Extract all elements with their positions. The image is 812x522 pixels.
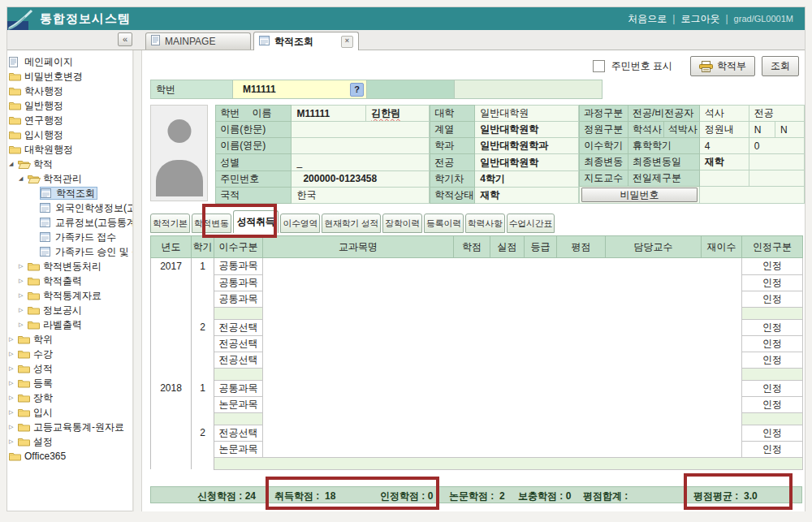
grade-table-row[interactable]: 공통과목인정 — [151, 274, 803, 291]
grade-cell-semester — [192, 307, 214, 319]
tree-collapsed-icon[interactable]: ▷ — [19, 278, 28, 284]
tree-collapsed-icon[interactable]: ▷ — [9, 409, 18, 416]
sidebar-item[interactable]: ▷학적출력 — [7, 274, 132, 288]
detail-tab-5[interactable]: 현재학기 성적 — [322, 214, 381, 233]
grade-table-row[interactable]: 공통과목인정 — [151, 291, 803, 307]
detail-tab-4[interactable]: 이수영역 — [280, 214, 320, 233]
sidebar-item[interactable]: ▷고등교육통계-원자료 — [7, 420, 132, 434]
sidebar-item[interactable]: 교류정보(고등통계) — [7, 215, 132, 230]
tree-collapsed-icon[interactable]: ▷ — [9, 395, 18, 401]
detail-tab-2[interactable]: 학적변동 — [192, 214, 231, 233]
detail-tab-9[interactable]: 수업시간표 — [507, 214, 555, 233]
grade-cell-category: 전공선택 — [214, 352, 263, 368]
sidebar-item[interactable]: ▷학적변동처리 — [7, 259, 132, 274]
window-tab-hakjeok[interactable]: 학적조회× — [253, 32, 359, 50]
sidebar-item[interactable]: ▷학적통계자료 — [7, 288, 132, 303]
sidebar-splitter[interactable] — [133, 50, 142, 511]
sidebar-item[interactable]: Office365 — [7, 449, 132, 464]
tree-collapsed-icon[interactable]: ▷ — [19, 263, 28, 270]
folder-icon — [28, 320, 41, 330]
sidebar-item[interactable]: ▷학위 — [7, 332, 132, 347]
tree-collapsed-icon[interactable]: ▷ — [9, 351, 18, 357]
form-icon — [41, 188, 54, 198]
tree-collapsed-icon[interactable]: ▷ — [9, 336, 18, 343]
tree-collapsed-icon[interactable]: ▷ — [19, 292, 28, 299]
sidebar-item-content: 학적변동처리 — [28, 260, 103, 273]
grade-cell-category: 논문과목 — [214, 396, 263, 412]
detail-tab-3[interactable]: 성적취득 — [233, 210, 279, 233]
student-info-row: 이름(영문) — [216, 138, 430, 154]
home-link[interactable]: 처음으로 — [628, 12, 667, 26]
grade-cell-course-name — [263, 380, 742, 396]
sidebar-item[interactable]: 메인페이지 — [7, 54, 132, 69]
student-id-input[interactable]: M11111 ? — [233, 80, 367, 99]
sidebar-item[interactable]: 외국인학생정보(고등 — [7, 201, 132, 215]
detail-tab-1[interactable]: 학적기본 — [150, 214, 190, 233]
sidebar-item-label: Office365 — [23, 451, 67, 462]
sidebar-item[interactable]: ▷성적 — [7, 361, 132, 376]
grade-table-row[interactable]: 2전공선택인정 — [151, 425, 803, 441]
sidebar-item[interactable]: 학사행정 — [7, 84, 132, 98]
tree-expanded-icon[interactable]: ◢ — [9, 161, 18, 167]
sidebar-collapse-button[interactable]: « — [118, 32, 132, 46]
tree-collapsed-icon[interactable]: ▷ — [19, 321, 28, 328]
sidebar-item[interactable]: ▷입시 — [7, 405, 132, 420]
tree-collapsed-icon[interactable]: ▷ — [9, 438, 18, 445]
grade-table-row[interactable]: 20181공통과목인정 — [151, 380, 803, 396]
sidebar-item[interactable]: ▷등록 — [7, 376, 132, 390]
student-info-label: 국적 — [216, 187, 292, 203]
resident-number-checkbox[interactable] — [593, 60, 605, 72]
silhouette-torso — [156, 160, 203, 196]
detail-tab-8[interactable]: 학력사항 — [465, 214, 505, 233]
sidebar-item[interactable]: 학적조회 — [7, 186, 132, 201]
tree-collapsed-icon[interactable]: ▷ — [19, 307, 28, 313]
close-icon[interactable]: × — [341, 36, 353, 48]
grade-column-header: 재이수 — [702, 236, 742, 258]
help-icon[interactable]: ? — [350, 83, 364, 97]
detail-tab-7[interactable]: 등록이력 — [424, 214, 464, 233]
grade-table-row[interactable]: 전공선택인정 — [151, 335, 803, 352]
sidebar-item[interactable]: ▷수강 — [7, 347, 132, 361]
sidebar-item[interactable]: ◢학적관리 — [7, 171, 132, 186]
user-id: grad/GL0001M — [734, 14, 793, 24]
password-button-cell: 비밀번호 — [580, 187, 700, 204]
sidebar-item-content: 학적통계자료 — [28, 289, 103, 302]
transcript-print-button[interactable]: 학적부 — [690, 56, 755, 76]
sidebar-item[interactable]: 가족카드 승인 및 출 — [7, 244, 132, 259]
sidebar-item[interactable]: 입시행정 — [7, 127, 132, 142]
sidebar-item[interactable]: 대학원행정 — [7, 142, 132, 157]
grade-table-row[interactable]: 논문과목인정 — [151, 441, 803, 457]
tree-collapsed-icon[interactable]: ▷ — [9, 365, 18, 372]
grade-cell-year — [151, 307, 192, 319]
folder-icon — [18, 437, 32, 447]
tree-collapsed-icon[interactable]: ▷ — [9, 424, 18, 430]
detail-tab-6[interactable]: 장학이력 — [382, 214, 422, 233]
grade-table-row[interactable]: 2전공선택인정 — [151, 319, 803, 335]
sidebar-item[interactable]: ▷설정 — [7, 434, 132, 449]
sidebar-item[interactable]: 일반행정 — [7, 98, 132, 113]
sidebar-item[interactable]: 비밀번호변경 — [7, 69, 132, 84]
grade-cell-category — [214, 307, 263, 319]
sidebar-item[interactable]: ◢학적 — [7, 157, 132, 171]
sidebar-item[interactable]: ▷장학 — [7, 390, 132, 405]
sidebar-item-label: 메인페이지 — [23, 55, 75, 69]
grade-table-row[interactable]: 전공선택인정 — [151, 352, 803, 368]
window-tab-mainpage[interactable]: MAINPAGE — [145, 32, 251, 50]
tree-collapsed-icon[interactable]: ▷ — [9, 380, 18, 386]
student-info-label: 전공/비전공자 — [628, 106, 699, 122]
search-button[interactable]: 조회 — [762, 56, 799, 76]
sidebar-item[interactable]: ▷정보공시 — [7, 303, 132, 317]
student-info-value: 일반대학원학 — [475, 122, 579, 138]
grade-table-row[interactable]: 20171공통과목인정 — [151, 258, 803, 275]
sidebar-item[interactable]: 연구행정 — [7, 113, 132, 127]
student-info-label: 이름(한문) — [216, 122, 292, 138]
grade-cell-semester — [192, 441, 214, 457]
form-doc-icon — [259, 36, 270, 48]
grade-cell-semester — [192, 368, 214, 380]
sidebar-item[interactable]: 가족카드 접수 — [7, 230, 132, 244]
logout-link[interactable]: 로그아웃 — [680, 12, 719, 26]
sidebar-item[interactable]: ▷라벨출력 — [7, 317, 132, 332]
password-button[interactable]: 비밀번호 — [581, 188, 698, 202]
tree-expanded-icon[interactable]: ◢ — [19, 175, 28, 182]
grade-table-row[interactable]: 논문과목인정 — [151, 396, 803, 412]
